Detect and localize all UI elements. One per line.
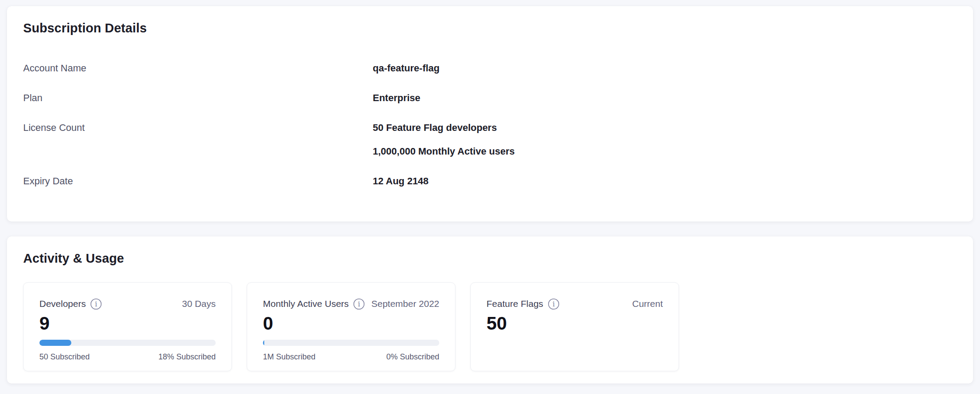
progress-bar-track — [39, 340, 216, 346]
metric-name-wrap: Feature Flags i — [486, 298, 560, 310]
metric-header: Monthly Active Users i September 2022 — [263, 298, 439, 310]
metric-value: 9 — [39, 313, 216, 334]
detail-row: Account Name qa-feature-flag — [23, 61, 957, 75]
subscribed-percent-caption: 0% Subscribed — [386, 352, 439, 362]
detail-label: License Count — [23, 121, 373, 158]
subscription-details-rows: Account Name qa-feature-flag Plan Enterp… — [23, 61, 957, 188]
activity-usage-title: Activity & Usage — [23, 250, 957, 267]
detail-label: Expiry Date — [23, 174, 373, 188]
subscription-details-title: Subscription Details — [23, 19, 957, 37]
metric-period: Current — [632, 298, 663, 310]
metric-header: Feature Flags i Current — [486, 298, 663, 310]
metric-value: 0 — [263, 313, 439, 334]
detail-row: License Count 50 Feature Flag developers… — [23, 121, 957, 158]
subscribed-count-caption: 50 Subscribed — [39, 352, 90, 362]
detail-value: 1,000,000 Monthly Active users — [373, 144, 957, 158]
detail-value: 50 Feature Flag developers — [373, 121, 957, 135]
metric-tile-monthly-active-users: Monthly Active Users i September 2022 0 … — [247, 282, 455, 371]
subscribed-count-caption: 1M Subscribed — [263, 352, 315, 362]
metric-period: 30 Days — [182, 298, 216, 310]
metric-name-wrap: Monthly Active Users i — [263, 298, 365, 310]
metric-name: Feature Flags — [486, 298, 543, 310]
detail-label: Account Name — [23, 61, 373, 75]
subscription-page: Subscription Details Account Name qa-fea… — [0, 0, 980, 394]
svg-text:i: i — [358, 300, 360, 308]
metric-name-wrap: Developers i — [39, 298, 102, 310]
detail-values: Enterprise — [373, 91, 957, 105]
activity-usage-card: Activity & Usage Developers i 30 Days 9 … — [7, 236, 973, 383]
detail-values: qa-feature-flag — [373, 61, 957, 75]
svg-text:i: i — [95, 300, 97, 308]
metric-value: 50 — [486, 313, 663, 334]
detail-row: Expiry Date 12 Aug 2148 — [23, 174, 957, 188]
detail-value: 12 Aug 2148 — [373, 174, 957, 188]
metric-tile-developers: Developers i 30 Days 9 50 Subscribed 18%… — [23, 282, 232, 371]
detail-row: Plan Enterprise — [23, 91, 957, 105]
metric-name: Monthly Active Users — [263, 298, 349, 310]
metric-tiles: Developers i 30 Days 9 50 Subscribed 18%… — [23, 282, 957, 371]
metric-footer: 1M Subscribed 0% Subscribed — [263, 352, 439, 362]
info-icon[interactable]: i — [548, 298, 560, 310]
progress-bar-fill — [263, 340, 264, 346]
progress-bar-track — [263, 340, 439, 346]
detail-label: Plan — [23, 91, 373, 105]
info-icon[interactable]: i — [353, 298, 365, 310]
metric-period: September 2022 — [371, 298, 439, 310]
metric-header: Developers i 30 Days — [39, 298, 216, 310]
metric-tile-feature-flags: Feature Flags i Current 50 — [470, 282, 679, 371]
svg-text:i: i — [553, 300, 555, 308]
metric-name: Developers — [39, 298, 86, 310]
subscribed-percent-caption: 18% Subscribed — [158, 352, 216, 362]
info-icon[interactable]: i — [90, 298, 102, 310]
progress-bar-fill — [39, 340, 71, 346]
detail-value: qa-feature-flag — [373, 61, 957, 75]
metric-footer: 50 Subscribed 18% Subscribed — [39, 352, 216, 362]
subscription-details-card: Subscription Details Account Name qa-fea… — [7, 6, 973, 222]
detail-values: 50 Feature Flag developers1,000,000 Mont… — [373, 121, 957, 158]
detail-value: Enterprise — [373, 91, 957, 105]
detail-values: 12 Aug 2148 — [373, 174, 957, 188]
